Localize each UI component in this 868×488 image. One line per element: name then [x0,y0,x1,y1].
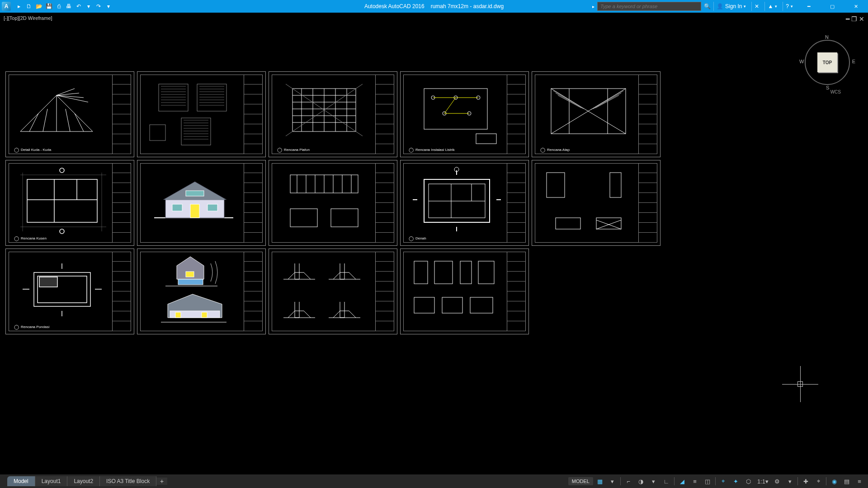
svg-rect-23 [331,209,358,227]
add-layout-button[interactable]: + [156,478,167,485]
viewport-label[interactable]: [-][Top][2D Wireframe] [4,15,52,21]
sheet-pondasi[interactable]: Rencana Pondasi [5,249,134,334]
minimize-button[interactable]: ━ [798,0,819,13]
gear-icon[interactable]: ⚙ [771,476,783,486]
undo-icon[interactable]: ↶ [74,2,83,11]
sheet-elev2[interactable] [137,249,266,334]
search-drop-icon[interactable]: ▸ [592,4,594,9]
sheet-label: Rencana Instalasi Listrik [409,147,455,152]
doc-window-controls: ━ ❐ ✕ [846,15,864,23]
scale-button[interactable]: 1:1▾ [755,476,770,486]
polar-icon[interactable]: ◑ [635,476,647,486]
tab-layout2[interactable]: Layout2 [67,476,100,486]
iso3-icon[interactable]: ⬡ [743,476,755,486]
grid-toggle-icon[interactable]: ▦ [594,476,606,486]
snap-icon[interactable]: ⌐ [623,476,634,486]
sheet-sections2[interactable] [269,160,397,246]
svg-rect-0 [159,84,188,111]
sheet-label: Rencana Atap [540,147,570,152]
cloud-toggle-icon[interactable]: ◉ [828,476,840,486]
undo-drop-icon[interactable]: ▾ [84,2,93,11]
sheet-grid4[interactable] [137,71,266,157]
ortho-icon[interactable]: ∟ [660,476,672,486]
customize-icon[interactable]: ≡ [854,476,865,486]
svg-rect-38 [175,312,181,318]
svg-rect-45 [470,297,493,313]
polar-drop-icon[interactable]: ▾ [648,476,660,486]
exchange-button[interactable]: ✕ [751,2,762,11]
sheet-empty [532,249,660,334]
app-name: Autodesk AutoCAD 2016 [364,3,425,9]
drawing-plan-icon [11,166,108,238]
tab-iso-a3[interactable]: ISO A3 Title Block [100,476,156,486]
sheet-kusen[interactable]: Rencana Kusen [5,160,134,246]
svg-rect-22 [290,209,317,227]
wcs-label: WCS [830,89,841,94]
tab-model[interactable]: Model [7,476,35,486]
search-input[interactable] [597,2,701,11]
lwt-icon[interactable]: ≡ [689,476,701,486]
viewcube[interactable]: TOP N S E W [800,35,854,89]
doc-close-icon[interactable]: ✕ [859,15,864,23]
workspace-mode[interactable]: MODEL [568,477,593,485]
save-icon[interactable]: 💾 [44,2,53,11]
target-icon[interactable]: ⌖ [812,476,824,486]
sheet-facade[interactable] [137,160,266,246]
plus-icon[interactable]: ✚ [800,476,811,486]
help-icon: ? [786,3,789,9]
search-icon[interactable]: 🔍 [704,3,711,9]
drawing-roof-icon [538,77,635,145]
print-icon[interactable]: 🖶 [64,2,73,11]
gear-drop-icon[interactable]: ▾ [784,476,796,486]
maximize-button[interactable]: ▢ [822,0,843,13]
drawing-truss-icon [11,77,102,145]
svg-point-14 [60,168,64,173]
svg-rect-41 [460,261,472,284]
doc-restore-icon[interactable]: ❐ [851,15,857,23]
grid-drop-icon[interactable]: ▾ [607,476,618,486]
app-menu-button[interactable]: A [2,2,11,11]
svg-rect-34 [186,272,194,277]
open-icon[interactable]: 📂 [34,2,43,11]
sheet-label: Denah [409,236,426,241]
svg-rect-17 [190,204,199,218]
title-text: Autodesk AutoCAD 2016 rumah 7mx12m - asd… [364,3,504,9]
redo-drop-icon[interactable]: ▾ [104,2,113,11]
signin-button[interactable]: 👤 Sign In ▾ [713,2,749,11]
help-button[interactable]: ?▾ [783,2,796,11]
sheet-foot4[interactable] [269,249,397,334]
svg-rect-43 [414,297,434,313]
transparency-icon[interactable]: ◫ [702,476,713,486]
x-icon: ✕ [755,3,759,9]
sheet-plafon[interactable]: Rencana Plafon [269,71,397,157]
new-icon[interactable]: ▸ [14,2,24,11]
trayup-icon[interactable]: ▤ [841,476,853,486]
sheet-door6[interactable] [400,249,529,334]
sheet-detail-kuda[interactable]: Detail Kuda - Kuda [5,71,134,157]
viewcube-face-top[interactable]: TOP [817,52,837,72]
tab-layout1[interactable]: Layout1 [35,476,68,486]
svg-rect-39 [414,261,428,284]
sheet-label: Rencana Kusen [14,236,47,241]
drawing-facade-icon [143,166,240,238]
iso2-icon[interactable]: ✦ [730,476,742,486]
sheet-atap[interactable]: Rencana Atap [532,71,660,157]
crosshair-cursor [782,366,818,402]
svg-rect-30 [596,218,621,229]
redo-icon[interactable]: ↷ [94,2,103,11]
saveas-icon[interactable]: ⎙ [54,2,63,11]
close-button[interactable]: ✕ [845,0,866,13]
osnap-icon[interactable]: ◢ [676,476,688,486]
iso1-icon[interactable]: ⌖ [717,476,729,486]
drawing-sections-icon [274,166,372,238]
new-file-icon[interactable]: 🗋 [24,2,33,11]
statusbar: MODEL ▦ ▾ ⌐ ◑ ▾ ∟ ◢ ≡ ◫ ⌖ ✦ ⬡ 1:1▾ ⚙ ▾ ✚… [568,474,868,488]
sheet-details4[interactable] [532,160,660,246]
doc-minimize-icon[interactable]: ━ [846,15,849,23]
sheet-listrik[interactable]: Rencana Instalasi Listrik [400,71,529,157]
drawing-grid4-icon [143,77,240,152]
a360-button[interactable]: ▲▾ [764,2,780,11]
svg-rect-27 [547,173,565,197]
sheet-denah[interactable]: Denah [400,160,529,246]
drawing-area[interactable]: [-][Top][2D Wireframe] ━ ❐ ✕ TOP N S E W… [0,13,868,474]
